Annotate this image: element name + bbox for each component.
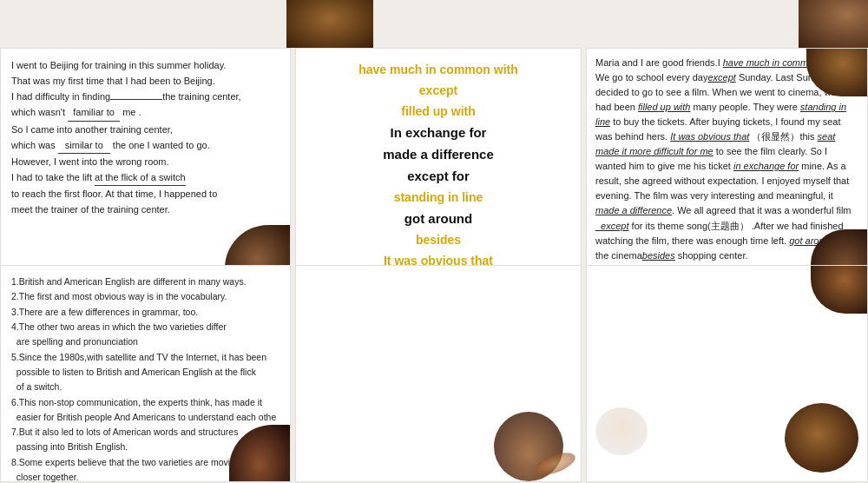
answer-except: except — [707, 72, 735, 83]
panel1-text: I went to Beijing for training in this s… — [11, 57, 279, 217]
panel-bottom-mid — [295, 265, 582, 482]
answer-have-much: have much in common — [723, 57, 819, 68]
panel-word-bank: have much in common with except filled u… — [295, 48, 582, 282]
blank-flick: at the flick of a switch — [95, 169, 186, 186]
answer-made-diff: made it more difficult for me — [595, 146, 713, 156]
word-except: except — [419, 83, 457, 97]
panel-story-answers: Maria and I are good friends.I have much… — [586, 48, 868, 282]
answer-seat: seat — [818, 131, 836, 142]
word-in-exchange: In exchange for — [391, 125, 487, 140]
list-item-6: 6.This non-stop communication, the exper… — [11, 395, 279, 426]
coffee-decoration-top-right — [799, 0, 868, 48]
list-item-2: 2.The first and most obvious way is in t… — [11, 289, 279, 304]
panel-bottom-right — [586, 265, 868, 482]
coffee-deco-p6-tr — [811, 266, 867, 314]
blank-similar: similar to — [58, 137, 110, 154]
word-have-much: have much in common with — [358, 63, 518, 76]
list-item-4: 4.The other two areas in which the two v… — [11, 320, 279, 350]
coffee-decoration-top-mid — [286, 0, 373, 48]
word-list: have much in common with except filled u… — [305, 63, 572, 268]
blank-1 — [110, 99, 162, 100]
answer-exchange: in exchange for — [733, 161, 799, 171]
deco-p6-left — [595, 407, 648, 455]
word-except-for: except for — [407, 169, 470, 183]
list-item-5: 5.Since the 1980s,with satellite and TV … — [11, 350, 279, 395]
panel-reading-blanks: I went to Beijing for training in this s… — [0, 48, 291, 282]
panel-numbered-list: 1.British and American English are diffe… — [0, 265, 291, 482]
coffee-deco-p6 — [785, 403, 858, 473]
word-besides: besides — [416, 233, 461, 247]
answer-obvious: It was obvious that — [670, 131, 749, 142]
answer-except-for: _except — [595, 221, 629, 231]
word-got-around: got around — [404, 211, 472, 226]
word-filled: filled up with — [401, 104, 476, 118]
list-item-1: 1.British and American English are diffe… — [11, 275, 279, 289]
word-standing: standing in line — [394, 190, 483, 204]
word-made-diff: made a difference — [383, 147, 494, 162]
answer-filled: filled up with — [638, 102, 691, 112]
answer-made-diff2: made a difference — [595, 205, 672, 215]
blank-familiar: familiar to — [68, 104, 120, 121]
answer-standing: standing in line — [595, 102, 846, 127]
answer-besides: besides — [642, 250, 675, 261]
list-item-3: 3.There are a few differences in grammar… — [11, 305, 279, 320]
